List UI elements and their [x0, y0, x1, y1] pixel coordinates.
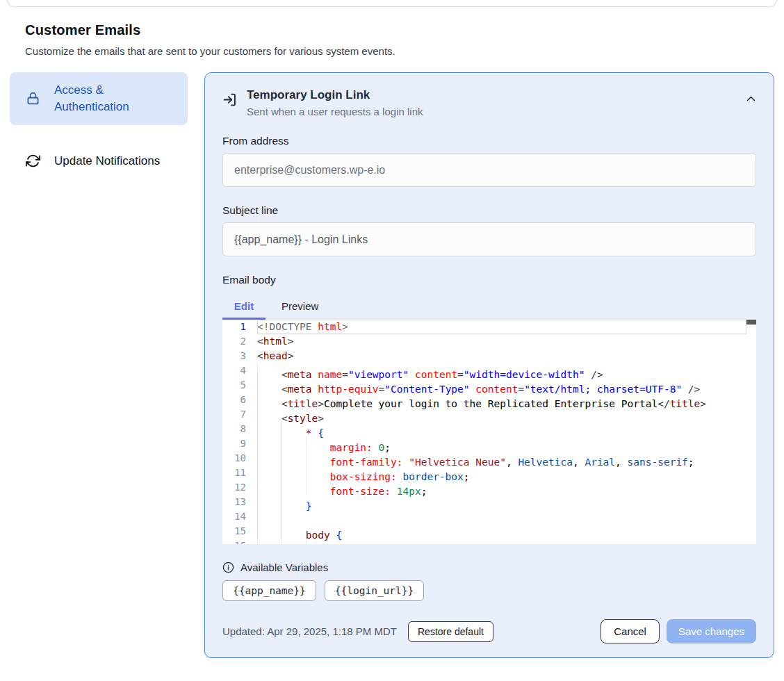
page-header: Customer Emails Customize the emails tha… — [0, 7, 784, 57]
save-changes-button[interactable]: Save changes — [667, 619, 756, 643]
code-line: 6<title>Complete your login to the Repli… — [222, 393, 756, 407]
panel-subtitle: Sent when a user requests a login link — [247, 106, 423, 117]
page-title: Customer Emails — [25, 22, 759, 38]
lock-icon — [25, 91, 40, 106]
tab-edit[interactable]: Edit — [222, 300, 266, 320]
previous-card-bottom-edge — [7, 0, 777, 7]
cancel-button[interactable]: Cancel — [601, 619, 660, 643]
code-line: 13} — [222, 495, 756, 509]
sidebar-item-access-authentication[interactable]: Access & Authentication — [10, 72, 188, 125]
code-line: 4<meta name="viewport" content="width=de… — [222, 363, 756, 378]
code-line: 16background-color: #ffffff; — [222, 539, 756, 544]
code-line: 3<head> — [222, 349, 756, 363]
code-editor-lines: 1<!DOCTYPE html>2<html>3<head>4<meta nam… — [222, 320, 756, 544]
code-line: 7<style> — [222, 407, 756, 422]
footer-actions: Cancel Save changes — [601, 619, 756, 643]
variable-chips: {{app_name}} {{login_url}} — [222, 580, 756, 601]
log-in-icon — [222, 92, 237, 107]
code-line: 10font-family: "Helvetica Neue", Helveti… — [222, 451, 756, 466]
content-row: Access & Authentication Update Notificat… — [10, 72, 774, 658]
code-line: 12font-size: 14px; — [222, 480, 756, 495]
panel-footer: Updated: Apr 29, 2025, 1:18 PM MDT Resto… — [222, 619, 756, 643]
sidebar-item-update-notifications[interactable]: Update Notifications — [10, 143, 188, 179]
info-icon — [222, 561, 234, 573]
code-line: 8* { — [222, 422, 756, 436]
sidebar: Access & Authentication Update Notificat… — [10, 72, 188, 179]
panel-header: Temporary Login Link Sent when a user re… — [222, 88, 756, 117]
updated-timestamp: Updated: Apr 29, 2025, 1:18 PM MDT — [222, 625, 397, 637]
sidebar-item-label: Update Notifications — [54, 153, 160, 170]
restore-default-button[interactable]: Restore default — [408, 621, 493, 642]
subject-line-label: Subject line — [222, 204, 756, 217]
variable-chip-app-name[interactable]: {{app_name}} — [222, 580, 316, 601]
subject-line-input[interactable] — [222, 222, 756, 256]
code-editor[interactable]: 1<!DOCTYPE html>2<html>3<head>4<meta nam… — [222, 320, 756, 544]
from-address-input[interactable] — [222, 153, 756, 187]
variable-chip-login-url[interactable]: {{login_url}} — [325, 580, 425, 601]
code-line: 1<!DOCTYPE html> — [222, 320, 756, 334]
tab-preview[interactable]: Preview — [281, 300, 318, 320]
available-variables-row: Available Variables — [222, 561, 756, 573]
code-line: 14 — [222, 509, 756, 524]
code-line: 15body { — [222, 524, 756, 539]
chevron-up-icon[interactable] — [746, 95, 756, 102]
code-line: 11box-sizing: border-box; — [222, 466, 756, 480]
editor-tabs: Edit Preview — [222, 298, 756, 320]
from-address-label: From address — [222, 135, 756, 147]
code-line: 5<meta http-equiv="Content-Type" content… — [222, 378, 756, 393]
code-line: 2<html> — [222, 334, 756, 349]
panel-title: Temporary Login Link — [247, 88, 423, 102]
email-settings-panel: Temporary Login Link Sent when a user re… — [204, 72, 774, 658]
editor-scrollbar-thumb[interactable] — [746, 320, 756, 325]
email-body-label: Email body — [222, 274, 756, 286]
refresh-icon — [25, 154, 40, 168]
panel-header-text: Temporary Login Link Sent when a user re… — [247, 88, 423, 117]
sidebar-item-label: Access & Authentication — [54, 82, 171, 115]
code-line: 9margin: 0; — [222, 436, 756, 451]
page-description: Customize the emails that are sent to yo… — [25, 45, 759, 57]
available-variables-label: Available Variables — [240, 561, 328, 573]
